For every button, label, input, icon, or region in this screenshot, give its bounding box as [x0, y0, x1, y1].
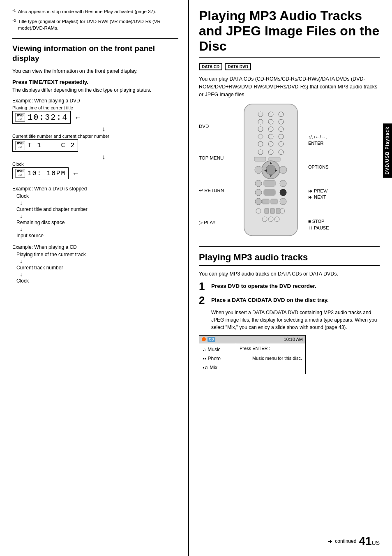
svg-point-32 [255, 189, 262, 196]
example-cd-playing-label: Example: When playing a CD [12, 244, 178, 250]
bracket-arrow-3: ← [72, 169, 79, 178]
svg-rect-36 [263, 199, 269, 204]
flow-text-cd-track-num: Current track number [16, 265, 178, 271]
cd-content-col: Press ENTER : Music menu for this disc. [236, 343, 305, 374]
svg-rect-33 [264, 190, 275, 195]
label-play: ▷ PLAY [199, 220, 233, 225]
dvd-display-row-3: DVD ◁◁ 10: 10PM ← [12, 167, 178, 181]
label-stop-pause: ■ STOP⏸ PAUSE [308, 218, 351, 231]
flow-item-cd-clock: Clock [16, 278, 178, 284]
caption-clock: Clock [12, 162, 178, 167]
page-num: 41US [359, 535, 380, 548]
continued-footer: ➜ continued 41US [327, 535, 380, 548]
svg-point-27 [255, 166, 262, 174]
caption-playing-time: Playing time of the current title [12, 105, 178, 110]
badge-data-cd: DATA CD [199, 63, 222, 70]
svg-text:▶: ▶ [275, 169, 278, 172]
flow-text-cd-track-time: Playing time of the current track [16, 252, 178, 257]
side-tab: DVD/USB Playback [383, 123, 392, 178]
cd-menu-col: ♫ Music ▪▪ Photo ▪♫ Mix [199, 343, 236, 374]
flow-text-disc: Remaining disc space [16, 220, 178, 225]
mix-icon: ▪♫ [203, 365, 208, 371]
step-2-num: 2 [199, 295, 209, 306]
flow-arrow-cd-1: ↓ [20, 258, 178, 264]
step-1: 1 Press DVD to operate the DVD recorder. [199, 281, 380, 292]
viewing-info-intro: You can view the information on the fron… [12, 67, 178, 75]
dvd-time-3: 10: 10PM [28, 170, 66, 177]
label-options: OPTIONS [308, 164, 351, 169]
mp3-section-title: Playing MP3 audio tracks [199, 252, 380, 266]
footnotes: *1 Also appears in stop mode with Resume… [12, 8, 178, 31]
cd-menu-photo[interactable]: ▪▪ Photo [199, 354, 236, 363]
cd-playing-flow: Playing time of the current track ↓ Curr… [16, 252, 178, 284]
flow-arrow-cd-2: ↓ [20, 271, 178, 278]
dvd-label-1: DVD ◁◁ [15, 113, 25, 122]
caption-title-chapter: Current title number and current chapter… [12, 134, 178, 139]
cd-screen-body: ♫ Music ▪▪ Photo ▪♫ Mix Press ENTER : [199, 343, 305, 374]
svg-rect-41 [270, 208, 274, 213]
example-dvd-stopped-label: Example: When a DVD is stopped [12, 186, 178, 192]
right-intro: You can play DATA CDs (CD-ROMs/CD-Rs/CD-… [199, 75, 380, 98]
step-1-text: Press DVD to operate the DVD recorder. [211, 281, 316, 290]
remote-labels-left: DVD TOP MENU ↩ RETURN ▷ PLAY [199, 102, 236, 239]
flow-text-title: Current title and chapter number [16, 206, 178, 212]
page-container: *1 Also appears in stop mode with Resume… [0, 0, 392, 556]
page-title: Playing MP3 Audio Tracks and JPEG Image … [199, 8, 380, 58]
instruction-detail: The displays differ depending on the dis… [12, 87, 178, 94]
label-return: ↩ RETURN [199, 188, 233, 193]
dvd-display-box-1: DVD ◁◁ 10:32:4 [12, 111, 71, 124]
cd-time: 10:10 AM [284, 337, 303, 342]
cd-screen-top: CD 10:10 AM [199, 336, 305, 343]
flow-arrow-3: ↓ [20, 226, 178, 232]
dvd-display-row-2: DVD ◁◁ T 1 C 2 [12, 139, 178, 153]
svg-text:▼: ▼ [269, 174, 272, 178]
press-instruction: Press TIME/TEXT repeatedly. [12, 79, 178, 85]
footnote-2: *2 Title type (original or Playlist) for… [12, 18, 178, 31]
dvd-display-row-1: DVD ◁◁ 10:32:4 ← [12, 111, 178, 125]
footnote-2-text: Title type (original or Playlist) for DV… [18, 18, 178, 31]
svg-rect-30 [264, 181, 275, 186]
dvd-label-3: DVD ◁◁ [15, 169, 25, 178]
svg-rect-40 [265, 208, 269, 213]
footnote-1: *1 Also appears in stop mode with Resume… [12, 8, 178, 16]
step-2: 2 Place a DATA CD/DATA DVD on the disc t… [199, 295, 380, 306]
cd-menu-mix[interactable]: ▪♫ Mix [199, 363, 236, 372]
svg-point-29 [255, 180, 262, 187]
step-2-detail: When you insert a DATA CD/DATA DVD conta… [211, 309, 380, 331]
label-enter: ↑/↓/←/→,ENTER [308, 134, 351, 146]
footnote-1-text: Also appears in stop mode with Resume Pl… [18, 8, 156, 16]
badge-row: DATA CD DATA DVD [199, 63, 380, 70]
svg-point-31 [280, 180, 286, 187]
mp3-intro: You can play MP3 audio tracks on DATA CD… [199, 270, 380, 278]
right-column: Playing MP3 Audio Tracks and JPEG Image … [189, 0, 392, 556]
viewing-info-title: Viewing information on the front panel d… [12, 44, 178, 63]
flow-text-clock: Clock [16, 193, 178, 199]
section-divider-1 [12, 38, 178, 39]
flow-item-clock: Clock ↓ [16, 193, 178, 206]
cd-menu-mix-label: Mix [210, 365, 217, 371]
cd-press-enter: Press ENTER : [240, 346, 302, 351]
flow-arrow-2: ↓ [20, 213, 178, 219]
footnote-1-sup: *1 [12, 8, 17, 16]
cd-orange-dot [202, 337, 206, 341]
flow-text-cd-clock: Clock [16, 278, 178, 284]
photo-icon: ▪▪ [203, 356, 206, 361]
label-top-menu: TOP MENU [199, 155, 233, 160]
svg-point-38 [280, 198, 286, 205]
flow-item-input: Input source [16, 233, 178, 239]
step-2-text: Place a DATA CD/DATA DVD on the disc tra… [211, 295, 329, 304]
dvd-time-2: T 1 C 2 [28, 142, 75, 149]
svg-point-22 [266, 165, 276, 175]
svg-text:◀: ◀ [264, 169, 267, 172]
down-arrow-2: ↓ [29, 153, 178, 161]
step-1-num: 1 [199, 281, 209, 292]
continued-arrow: ➜ [327, 538, 332, 544]
dvd-display-box-2: DVD ◁◁ T 1 C 2 [12, 139, 78, 152]
example-dvd-playing-label: Example: When playing a DVD [12, 98, 178, 104]
flow-item-disc: Remaining disc space ↓ [16, 220, 178, 233]
cd-menu-photo-label: Photo [208, 356, 221, 361]
left-column: *1 Also appears in stop mode with Resume… [0, 0, 189, 556]
svg-point-28 [279, 166, 287, 174]
cd-menu-music[interactable]: ♫ Music [199, 345, 236, 354]
cd-menu-music-label: Music [208, 347, 220, 352]
